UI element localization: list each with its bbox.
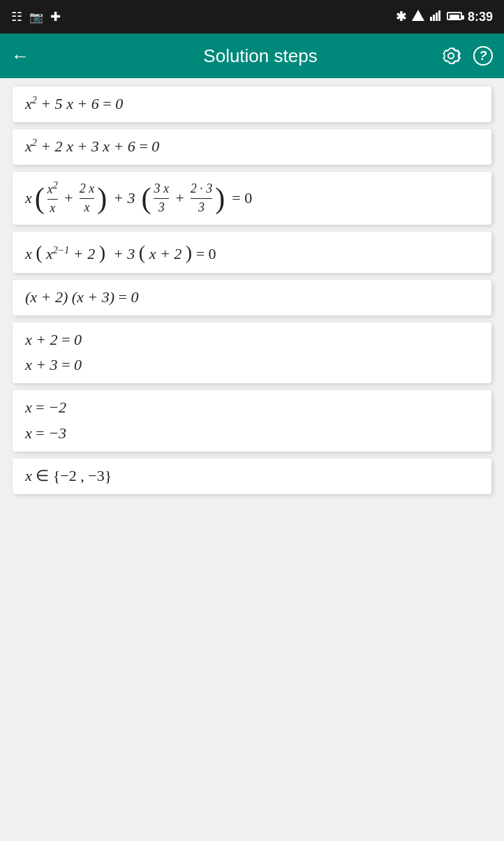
settings-button[interactable]: [438, 43, 464, 68]
svg-rect-3: [436, 13, 438, 21]
notification-icon-3: ✚: [50, 9, 61, 24]
notification-icon-1: ☷: [11, 9, 22, 24]
step-6a-formula: x + 2 = 0: [25, 331, 82, 348]
step-6b-formula: x + 3 = 0: [25, 356, 82, 373]
status-bar-left: ☷ 📷 ✚: [11, 9, 61, 24]
step-2: x2 + 2 x + 3 x + 6 = 0: [13, 129, 491, 165]
step-6b: x + 3 = 0: [25, 355, 479, 376]
back-button[interactable]: ←: [11, 45, 29, 67]
svg-rect-1: [430, 17, 432, 21]
step-1: x2 + 5 x + 6 = 0: [13, 87, 491, 122]
toolbar: ← Solution steps ?: [0, 34, 504, 78]
step-1-formula: x2 + 5 x + 6 = 0: [25, 95, 123, 112]
svg-rect-4: [438, 10, 440, 21]
step-4: x ( x2−1 + 2 ) + 3 ( x + 2 ) = 0: [13, 232, 491, 273]
svg-rect-2: [433, 15, 435, 21]
step-3: x ( x2 x + 2 x x ) + 3 ( 3 x 3 + 2 · 3 3: [13, 172, 491, 224]
bluetooth-icon: ✱: [396, 9, 406, 24]
help-button[interactable]: ?: [473, 46, 493, 66]
step-7: x = −2 x = −3: [13, 390, 491, 452]
step-8: x ∈ {−2 , −3}: [13, 459, 491, 494]
signal-icon: [430, 10, 441, 24]
battery-icon: [447, 10, 462, 24]
step-6a: x + 2 = 0: [25, 329, 479, 351]
toolbar-icons: ?: [438, 43, 493, 68]
main-content: x2 + 5 x + 6 = 0 x2 + 2 x + 3 x + 6 = 0 …: [0, 78, 504, 522]
step-2-formula: x2 + 2 x + 3 x + 6 = 0: [25, 137, 159, 155]
wifi-icon: [412, 10, 424, 24]
step-5: (x + 2) (x + 3) = 0: [13, 280, 491, 315]
step-6: x + 2 = 0 x + 3 = 0: [13, 322, 491, 384]
step-7a-formula: x = −2: [25, 399, 66, 416]
time-display: 8:39: [468, 10, 493, 24]
step-4-formula: x ( x2−1 + 2 ) + 3 ( x + 2 ) = 0: [25, 245, 216, 262]
step-3-formula: x ( x2 x + 2 x x ) + 3 ( 3 x 3 + 2 · 3 3: [25, 179, 479, 217]
status-bar: ☷ 📷 ✚ ✱ 8:39: [0, 0, 504, 34]
step-8-formula: x ∈ {−2 , −3}: [25, 467, 112, 484]
step-7b: x = −3: [25, 423, 479, 445]
status-bar-right: ✱ 8:39: [396, 9, 493, 24]
svg-marker-0: [412, 10, 424, 21]
page-title: Solution steps: [40, 45, 480, 67]
step-5-formula: (x + 2) (x + 3) = 0: [25, 288, 138, 306]
notification-icon-2: 📷: [29, 10, 43, 24]
step-7a: x = −2: [25, 397, 479, 419]
step-7b-formula: x = −3: [25, 424, 66, 442]
